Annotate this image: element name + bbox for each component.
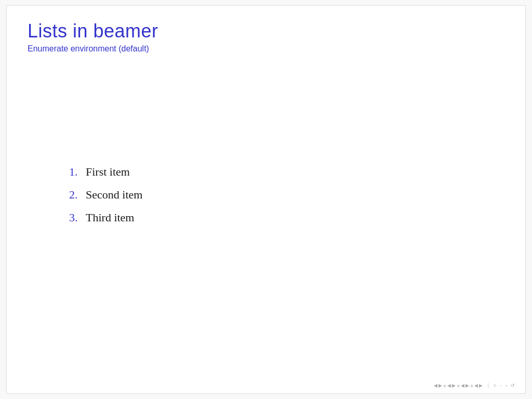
nav-prev-sub-icon[interactable]: ◀ (474, 383, 478, 388)
list-item: 3. Third item (69, 211, 504, 224)
nav-next-frame-icon[interactable]: ▶ (466, 383, 469, 388)
item-text: Third item (86, 211, 134, 224)
slide-footer: ◀ ▶ ◆ ◀ ▶ ◆ ◀ ▶ ◆ ◀ ▶ ≡ − + ↺ (434, 383, 515, 388)
nav-prev-icon[interactable]: ◀ (447, 383, 451, 388)
refresh-icon[interactable]: ↺ (511, 383, 515, 388)
list-item: 1. First item (69, 165, 504, 179)
slide-subtitle: Enumerate environment (default) (28, 44, 504, 54)
nav-prev-section-icon[interactable]: ▶ (438, 383, 442, 388)
nav-next-icon[interactable]: ▶ (452, 383, 456, 388)
nav-first-icon[interactable]: ◀ (434, 383, 437, 388)
item-number: 2. (69, 188, 86, 202)
zoom-in-icon[interactable]: + (505, 383, 508, 388)
item-text: Second item (86, 188, 142, 202)
enumerate-list: 1. First item 2. Second item 3. Third it… (69, 165, 504, 234)
zoom-out-icon[interactable]: − (499, 383, 502, 388)
item-text: First item (86, 165, 130, 179)
slide-content: 1. First item 2. Second item 3. Third it… (28, 58, 504, 373)
menu-icon[interactable]: ≡ (494, 383, 496, 388)
nav-prev-frame-icon[interactable]: ◀ (461, 383, 464, 388)
item-number: 3. (69, 211, 86, 224)
item-number: 1. (69, 165, 86, 179)
footer-navigation[interactable]: ◀ ▶ ◆ ◀ ▶ ◆ ◀ ▶ ◆ ◀ ▶ (434, 383, 483, 388)
list-item: 2. Second item (69, 188, 504, 202)
slide-header: Lists in beamer Enumerate environment (d… (28, 20, 504, 54)
slide-title: Lists in beamer (28, 20, 504, 42)
footer-separator (488, 383, 488, 388)
slide: Lists in beamer Enumerate environment (d… (6, 5, 526, 394)
nav-next-sub-icon[interactable]: ▶ (479, 383, 483, 388)
